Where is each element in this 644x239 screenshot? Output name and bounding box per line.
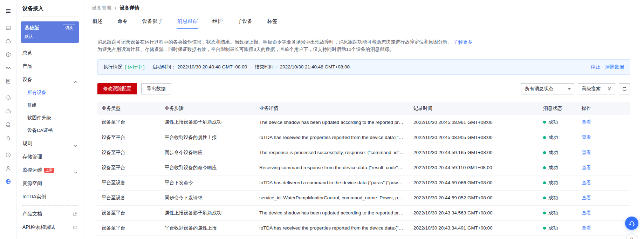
package-icon[interactable] — [0, 48, 16, 61]
end-time-value: 2022/10/30 21:40:48 GMT+08:00 — [280, 64, 350, 69]
cell-operation: 查看 — [577, 175, 630, 190]
cloud-server-icon[interactable] — [0, 105, 16, 118]
sidebar-item-device[interactable]: 设备 — [17, 73, 83, 86]
view-link[interactable]: 查看 — [582, 210, 591, 215]
export-data-button[interactable]: 导出数据 — [141, 83, 171, 94]
chevron-down-icon — [74, 142, 77, 145]
switch-version-button[interactable]: 切换 — [63, 25, 75, 31]
tab-device-shadow[interactable]: 设备影子 — [142, 15, 163, 29]
sidebar-item-label: 产品 — [22, 63, 32, 69]
sidebar-item-product-docs[interactable]: 产品文档 — [17, 207, 83, 221]
cell-business-type: 设备至平台 — [97, 115, 160, 130]
cell-message-status: 成功 — [539, 220, 577, 235]
cell-record-time: 2022/10/30 20:45:08.905 GMT+08:00 — [409, 130, 539, 145]
view-link[interactable]: 查看 — [582, 119, 591, 125]
droplet-icon[interactable] — [0, 131, 16, 145]
breadcrumb-parent[interactable]: 设备管理 — [92, 5, 111, 11]
sidebar-item-monitor-om[interactable]: 监控运维 上新 — [17, 164, 83, 177]
info-icon[interactable] — [0, 148, 16, 161]
tab-overview[interactable]: 概述 — [92, 15, 103, 29]
sidebar-item-storage[interactable]: 存储管理 — [17, 150, 83, 164]
clear-data-link[interactable]: 清除数据 — [605, 64, 624, 70]
tab-child-devices[interactable]: 子设备 — [237, 15, 253, 29]
execution-status-label: 执行情况 — [103, 64, 122, 70]
tab-commands[interactable]: 命令 — [117, 15, 128, 29]
chevron-up-icon — [74, 79, 77, 81]
advanced-search-button[interactable]: 高级搜索 — [578, 83, 615, 94]
table-row: 设备至平台 平台收到设备的命令响应 Receiving command resp… — [97, 160, 630, 175]
view-link[interactable]: 查看 — [582, 165, 591, 170]
double-chevron-down-icon — [607, 87, 611, 91]
sidebar-item-resource-space[interactable]: 资源空间 — [17, 177, 83, 190]
cell-message-status: 成功 — [539, 205, 577, 220]
hamburger-menu-icon[interactable] — [0, 4, 16, 18]
end-time-label: 结束时间： — [255, 64, 279, 69]
sidebar-divider — [22, 16, 78, 17]
modify-trace-config-button[interactable]: 修改跟踪配置 — [97, 83, 137, 94]
table-toolbar: 修改跟踪配置 导出数据 所有消息状态 高级搜索 — [97, 83, 630, 94]
start-time-value: 2022/10/30 20:40:48 GMT+08:00 — [177, 64, 247, 69]
success-dot-icon — [543, 136, 546, 139]
sidebar-item-rules[interactable]: 规则 — [17, 137, 83, 150]
cell-business-type: 设备至平台 — [97, 220, 160, 235]
column-header-business-type: 业务类型 — [97, 102, 160, 115]
message-trace-table: 业务类型 业务步骤 业务详情 记录时间 消息状态 操作 设备至平台 属性上报设备… — [97, 102, 630, 236]
sidebar-item-iotda-instance[interactable]: IoTDA实例 — [17, 190, 83, 204]
status-text: 成功 — [548, 180, 558, 185]
feature-description: 消息跟踪可记录设备在运行过程中的各类操作信息，状态和结果。当数据上报、响应命令等… — [97, 38, 630, 53]
view-link[interactable]: 查看 — [582, 180, 591, 185]
help-button[interactable]: ? — [626, 233, 637, 239]
view-link[interactable]: 查看 — [582, 195, 591, 200]
drawer-icon[interactable] — [0, 21, 16, 34]
sidebar-item-device-ca-cert[interactable]: 设备CA证书 — [17, 124, 83, 137]
cell-business-detail: The response is processed successfully, … — [255, 145, 409, 160]
cell-business-step: 平台收到设备的属性上报 — [160, 130, 255, 145]
cloud-stack-icon[interactable] — [0, 118, 16, 131]
refresh-button[interactable] — [619, 83, 630, 94]
sidebar-title: 设备接入 — [17, 0, 83, 16]
cell-business-step: 同步命令下发请求 — [160, 190, 255, 205]
sidebar-item-product[interactable]: 产品 — [17, 60, 83, 73]
column-header-business-step: 业务步骤 — [160, 102, 255, 115]
tab-tags[interactable]: 标签 — [267, 15, 278, 29]
message-status-select[interactable]: 所有消息状态 — [521, 83, 574, 94]
user-icon[interactable] — [0, 161, 16, 175]
cell-business-step: 平台收到设备的属性上报 — [160, 220, 255, 235]
sidebar-item-groups[interactable]: 群组 — [17, 99, 83, 112]
view-link[interactable]: 查看 — [582, 150, 591, 155]
tab-message-trace[interactable]: 消息跟踪 — [177, 15, 198, 29]
cell-record-time: 2022/10/30 20:44:59.165 GMT+08:00 — [409, 145, 539, 160]
new-badge: 上新 — [44, 168, 54, 173]
success-dot-icon — [543, 197, 546, 199]
cell-record-time: 2022/10/30 20:43:34.563 GMT+08:00 — [409, 205, 539, 220]
refresh-icon — [622, 86, 627, 92]
tab-maintenance[interactable]: 维护 — [212, 15, 223, 29]
view-link[interactable]: 查看 — [582, 225, 591, 231]
document-icon[interactable] — [0, 74, 16, 88]
cloud-upload-icon[interactable] — [0, 91, 16, 105]
stop-trace-link[interactable]: 停止 — [591, 64, 600, 70]
table-row: 设备至平台 同步命令设备响应 The response is processed… — [97, 145, 630, 160]
waveform-icon[interactable] — [0, 61, 16, 74]
globe-icon[interactable] — [0, 175, 16, 188]
success-dot-icon — [543, 121, 546, 124]
sidebar-item-firmware-upgrade[interactable]: 软固件升级 — [17, 112, 83, 124]
cell-message-status: 成功 — [539, 130, 577, 145]
cell-business-type: 设备至平台 — [97, 130, 160, 145]
column-header-operation: 操作 — [577, 102, 630, 115]
cell-business-step: 同步命令设备响应 — [160, 145, 255, 160]
learn-more-link[interactable]: 了解更多 — [453, 39, 472, 45]
cell-record-time: 2022/10/30 20:44:59.110 GMT+08:00 — [409, 160, 539, 175]
sidebar-item-all-devices[interactable]: 所有设备 — [17, 86, 83, 99]
running-state: [ 运行中 ] — [125, 64, 145, 70]
headset-icon — [629, 220, 635, 227]
customer-service-button[interactable] — [625, 217, 638, 230]
cell-business-type: 平台至设备 — [97, 175, 160, 190]
tab-panel-message-trace: 消息跟踪可记录设备在运行过程中的各类操作信息，状态和结果。当数据上报、响应命令等… — [83, 29, 644, 239]
help-label: ? — [630, 236, 633, 239]
cloud-icon[interactable] — [0, 34, 16, 48]
sidebar-item-overview[interactable]: 总览 — [17, 46, 83, 60]
view-link[interactable]: 查看 — [582, 135, 591, 140]
sidebar-item-api-explorer[interactable]: API检索和调试 — [17, 221, 83, 234]
table-row: 设备至平台 平台收到设备的属性上报 IoTDA has received the… — [97, 130, 630, 145]
